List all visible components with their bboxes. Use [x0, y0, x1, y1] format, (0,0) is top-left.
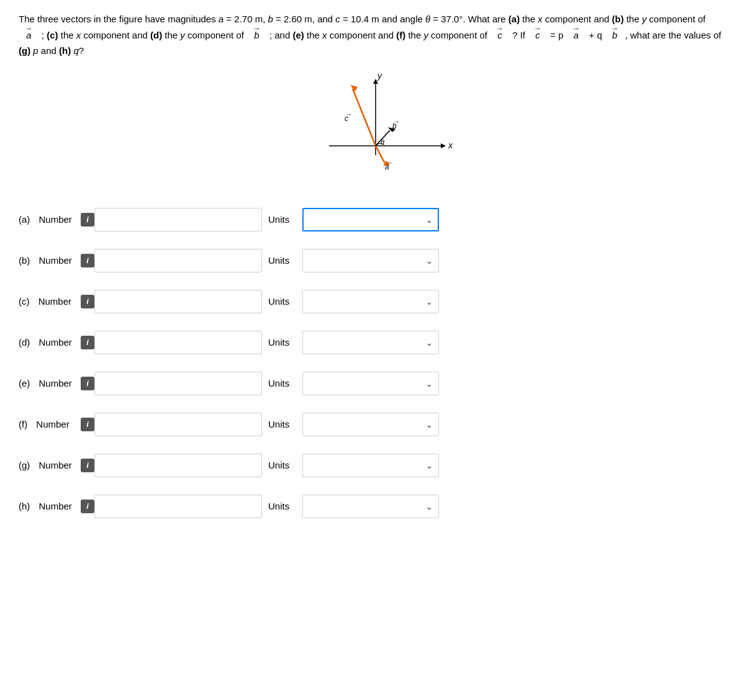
- row-e: (e) Number i Units m cm ⌄: [19, 372, 726, 395]
- svg-text:y: y: [377, 71, 382, 81]
- number-label-f: Number: [36, 419, 69, 429]
- svg-line-8: [376, 146, 385, 163]
- part-label-h: (h): [19, 501, 30, 511]
- units-select-d[interactable]: m cm: [302, 331, 439, 354]
- number-input-d[interactable]: [94, 331, 262, 354]
- units-select-container-d: m cm ⌄: [302, 331, 439, 354]
- units-label-h: Units: [268, 501, 296, 511]
- units-select-f[interactable]: m cm: [302, 413, 439, 436]
- units-label-f: Units: [268, 419, 296, 429]
- info-button-g[interactable]: i: [81, 459, 94, 472]
- info-button-e[interactable]: i: [81, 377, 94, 390]
- row-g: (g) Number i Units m cm ⌄: [19, 454, 726, 477]
- number-label-g: Number: [39, 460, 72, 470]
- row-b: (b) Number i Units m cm ⌄: [19, 249, 726, 272]
- row-f: (f) Number i Units m cm ⌄: [19, 413, 726, 436]
- info-button-c[interactable]: i: [81, 295, 94, 308]
- label-e: (e) Number: [19, 378, 81, 388]
- units-select-container-e: m cm ⌄: [302, 372, 439, 395]
- number-input-a[interactable]: [94, 208, 262, 231]
- number-input-f[interactable]: [94, 413, 262, 436]
- label-c: (c) Number: [19, 296, 81, 307]
- row-a: (a) Number i Units m cm km ⌄: [19, 208, 726, 231]
- units-select-container-g: m cm ⌄: [302, 454, 439, 477]
- number-input-e[interactable]: [94, 372, 262, 395]
- part-label-e: (e): [19, 378, 30, 388]
- vector-diagram: x y c → b → a → θ: [279, 65, 466, 189]
- part-label-g: (g): [19, 460, 30, 470]
- number-label-h: Number: [39, 501, 72, 511]
- info-button-d[interactable]: i: [81, 336, 94, 349]
- number-label-d: Number: [39, 337, 72, 348]
- info-button-f[interactable]: i: [81, 418, 94, 431]
- row-c: (c) Number i Units m cm ⌄: [19, 290, 726, 313]
- part-label-a: (a): [19, 214, 30, 225]
- units-label-d: Units: [268, 337, 296, 348]
- svg-text:→: →: [346, 110, 352, 117]
- units-select-container-a: m cm km ⌄: [302, 208, 439, 231]
- answer-section: (a) Number i Units m cm km ⌄ (b) Number …: [19, 208, 726, 518]
- info-button-h[interactable]: i: [81, 500, 94, 513]
- part-label-c: (c): [19, 296, 30, 307]
- units-label-b: Units: [268, 255, 296, 266]
- units-select-c[interactable]: m cm: [302, 290, 439, 313]
- units-label-e: Units: [268, 378, 296, 388]
- units-select-a[interactable]: m cm km: [302, 208, 439, 231]
- label-f: (f) Number: [19, 419, 81, 429]
- number-label-a: Number: [39, 214, 72, 225]
- number-input-h[interactable]: [94, 495, 262, 518]
- info-button-b[interactable]: i: [81, 254, 94, 267]
- svg-text:θ: θ: [381, 138, 384, 146]
- units-select-container-h: m cm ⌄: [302, 495, 439, 518]
- label-g: (g) Number: [19, 460, 81, 470]
- figure-container: x y c → b → a → θ: [19, 65, 726, 189]
- svg-text:→: →: [394, 118, 400, 125]
- units-select-e[interactable]: m cm: [302, 372, 439, 395]
- number-input-b[interactable]: [94, 249, 262, 272]
- row-d: (d) Number i Units m cm ⌄: [19, 331, 726, 354]
- question-text: The three vectors in the figure have mag…: [19, 11, 726, 59]
- units-select-container-c: m cm ⌄: [302, 290, 439, 313]
- part-label-b: (b): [19, 255, 30, 266]
- svg-text:x: x: [448, 140, 453, 150]
- units-select-h[interactable]: m cm: [302, 495, 439, 518]
- part-label-f: (f): [19, 419, 27, 429]
- units-select-container-f: m cm ⌄: [302, 413, 439, 436]
- row-h: (h) Number i Units m cm ⌄: [19, 495, 726, 518]
- svg-text:→: →: [386, 159, 392, 166]
- part-label-d: (d): [19, 337, 30, 348]
- number-label-c: Number: [38, 296, 71, 307]
- number-input-c[interactable]: [94, 290, 262, 313]
- units-label-c: Units: [268, 296, 296, 307]
- svg-line-6: [353, 89, 376, 146]
- info-button-a[interactable]: i: [81, 213, 94, 227]
- label-b: (b) Number: [19, 255, 81, 266]
- number-input-g[interactable]: [94, 454, 262, 477]
- label-a: (a) Number: [19, 214, 81, 225]
- label-h: (h) Number: [19, 501, 81, 511]
- label-d: (d) Number: [19, 337, 81, 348]
- units-label-g: Units: [268, 460, 296, 470]
- units-label-a: Units: [268, 214, 296, 225]
- units-select-g[interactable]: m cm: [302, 454, 439, 477]
- units-select-b[interactable]: m cm: [302, 249, 439, 272]
- units-select-container-b: m cm ⌄: [302, 249, 439, 272]
- svg-marker-1: [441, 143, 446, 148]
- number-label-b: Number: [39, 255, 72, 266]
- number-label-e: Number: [39, 378, 72, 388]
